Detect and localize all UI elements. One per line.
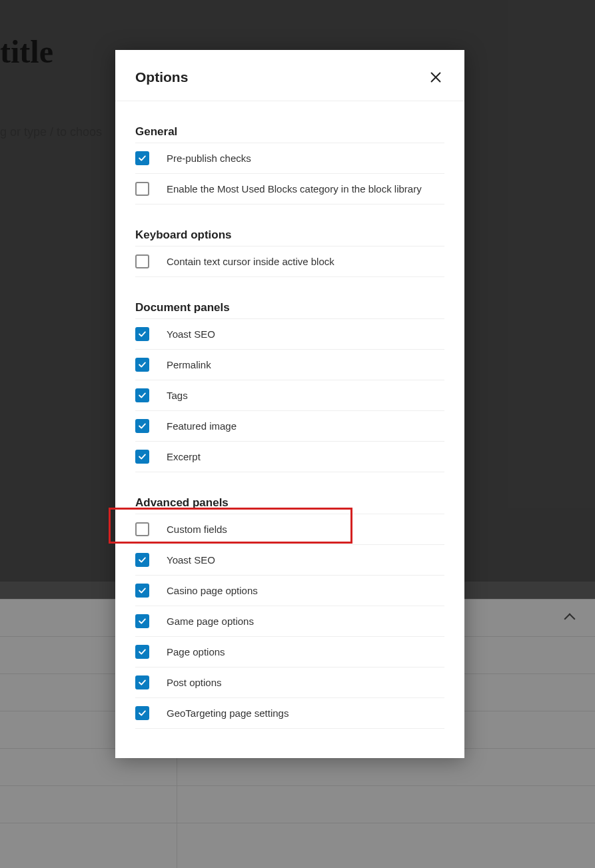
option-label: Post options <box>167 677 222 688</box>
option-label: Tags <box>167 390 188 401</box>
section-advanced-panels: Advanced panels Custom fields Yoast SEO … <box>115 496 464 729</box>
close-button[interactable] <box>427 69 444 86</box>
option-tags[interactable]: Tags <box>135 380 444 410</box>
option-label: Casino page options <box>167 585 258 596</box>
option-excerpt[interactable]: Excerpt <box>135 441 444 472</box>
option-custom-fields[interactable]: Custom fields <box>135 514 444 544</box>
option-adv-yoast-seo[interactable]: Yoast SEO <box>135 544 444 575</box>
option-label: Featured image <box>167 420 237 432</box>
checkbox[interactable] <box>135 419 149 433</box>
option-label: Excerpt <box>167 451 201 462</box>
check-icon <box>137 555 147 565</box>
option-label: Page options <box>167 646 225 657</box>
option-label: GeoTargeting page settings <box>167 707 289 719</box>
checkbox[interactable] <box>135 645 149 659</box>
check-icon <box>137 390 147 400</box>
option-contain-cursor[interactable]: Contain text cursor inside active block <box>135 246 444 277</box>
section-heading-advanced-panels: Advanced panels <box>135 496 444 510</box>
checkbox[interactable] <box>135 614 149 628</box>
options-modal: Options General Pre-publish checks Enabl… <box>115 50 464 758</box>
check-icon <box>137 616 147 626</box>
checkbox[interactable] <box>135 553 149 567</box>
check-icon <box>137 360 147 370</box>
option-label: Yoast SEO <box>167 554 215 566</box>
check-icon <box>137 329 147 339</box>
check-icon <box>137 153 147 163</box>
section-heading-document-panels: Document panels <box>135 301 444 314</box>
option-most-used-blocks[interactable]: Enable the Most Used Blocks category in … <box>135 173 444 205</box>
section-heading-general: General <box>135 125 444 139</box>
option-permalink[interactable]: Permalink <box>135 349 444 380</box>
option-label: Custom fields <box>167 524 227 535</box>
section-document-panels: Document panels Yoast SEO Permalink Tags… <box>115 301 464 472</box>
option-label: Yoast SEO <box>167 328 215 340</box>
check-icon <box>137 586 147 596</box>
section-general: General Pre-publish checks Enable the Mo… <box>115 125 464 205</box>
option-featured-image[interactable]: Featured image <box>135 410 444 441</box>
check-icon <box>137 677 147 687</box>
checkbox[interactable] <box>135 151 149 165</box>
checkbox[interactable] <box>135 358 149 372</box>
option-label: Permalink <box>167 359 211 370</box>
checkbox[interactable] <box>135 522 149 536</box>
option-page-options[interactable]: Page options <box>135 636 444 667</box>
checkbox[interactable] <box>135 450 149 464</box>
checkbox[interactable] <box>135 584 149 598</box>
checkbox[interactable] <box>135 706 149 720</box>
section-keyboard: Keyboard options Contain text cursor ins… <box>115 228 464 277</box>
option-post-options[interactable]: Post options <box>135 667 444 697</box>
option-yoast-seo[interactable]: Yoast SEO <box>135 318 444 349</box>
option-pre-publish-checks[interactable]: Pre-publish checks <box>135 143 444 173</box>
checkbox[interactable] <box>135 388 149 402</box>
checkbox[interactable] <box>135 254 149 268</box>
checkbox[interactable] <box>135 182 149 196</box>
option-label: Game page options <box>167 616 254 627</box>
check-icon <box>137 452 147 462</box>
option-label: Pre-publish checks <box>167 153 251 164</box>
option-geotargeting-settings[interactable]: GeoTargeting page settings <box>135 697 444 729</box>
check-icon <box>137 647 147 657</box>
option-casino-page-options[interactable]: Casino page options <box>135 575 444 606</box>
section-heading-keyboard: Keyboard options <box>135 228 444 242</box>
modal-title: Options <box>135 69 188 85</box>
option-label: Contain text cursor inside active block <box>167 256 334 267</box>
check-icon <box>137 421 147 431</box>
check-icon <box>137 708 147 718</box>
checkbox[interactable] <box>135 675 149 689</box>
checkbox[interactable] <box>135 327 149 341</box>
close-icon <box>428 70 443 85</box>
option-game-page-options[interactable]: Game page options <box>135 606 444 636</box>
option-label: Enable the Most Used Blocks category in … <box>167 183 422 195</box>
